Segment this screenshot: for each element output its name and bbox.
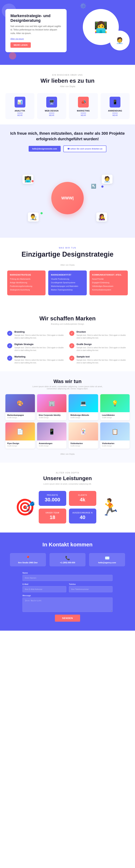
works-button[interactable]: ☎ sehen Sie sich unsere Arbeiten an — [63, 146, 107, 152]
form-field-message: Message — [23, 594, 112, 612]
contact-info-email: ✉️ hello@agency.com — [89, 553, 125, 566]
stats-label: Aliter von Dopta — [7, 472, 128, 474]
anwendung-icon: 📱 — [110, 97, 121, 107]
brands-subtitle: Branding und multidisziplinäre Design — [7, 323, 128, 325]
project-title-7: Visitenkarten — [70, 442, 96, 444]
form-email-phone-row: E-Mail Telefon — [23, 583, 112, 592]
project-title-4: Leuchtkästen — [102, 414, 128, 416]
hero-section: ⚙️ Markenstrategie- und Designberatung N… — [0, 0, 135, 65]
project-card-6[interactable]: 📱 Anwendungen Grafik-Design — [37, 423, 67, 448]
strategy-item-2-2: Grundlegende Sprachsysteme — [51, 281, 84, 284]
service-title-anwendung: ANWENDUNG — [103, 110, 128, 112]
project-card-7[interactable]: 🃏 Visitenkarten Grafik-Design — [69, 423, 98, 448]
wifi-dot-2 — [101, 185, 103, 188]
contact-title: In Kontakt kommen — [7, 541, 128, 548]
project-info-7: Visitenkarten Grafik-Design — [69, 440, 98, 448]
project-card-8[interactable]: 📋 Visitenkarten Grafik-Design — [100, 423, 130, 448]
brands-grid: ✓ Branding Sample text. Click to select … — [7, 331, 128, 364]
service-link-anwendung[interactable]: MEHR — [103, 114, 128, 116]
services-grid: 📊 ANALYTIK MEHR 🖥️ WEB-DESIGN MEHR 📣 MAR… — [5, 93, 130, 119]
project-info-2: Eine Corporate Identity Grafik-Design — [37, 412, 67, 420]
brand-check-5: ✓ — [7, 356, 12, 361]
floating-person-2: 🧑‍💼 — [102, 175, 112, 184]
contact-section: In Kontakt kommen 📍 Ihre Straße 2965 Dwr… — [0, 532, 135, 631]
cta-buttons: hello@designnewsite.com ☎ sehen Sie sich… — [7, 146, 128, 152]
brand-title-3: Digitale Strategie — [14, 343, 66, 346]
project-card-5[interactable]: 📄 Flyer-Design Grafik-Design — [5, 423, 35, 448]
contact-form: Name E-Mail Telefon Message SENDEN — [23, 572, 112, 622]
projects-subtitle: Lorem ipsum dolor sit amet, consectetur … — [32, 385, 103, 390]
project-info-1: Markenkampagne Grafik-Design — [5, 412, 35, 420]
stat-label-team: UNSER TEAM — [42, 512, 63, 514]
email-button[interactable]: hello@designnewsite.com — [29, 146, 61, 152]
project-thumb-5: 📄 — [5, 423, 35, 440]
strategy-item-2-3: Markenkampagne und Materialien — [51, 285, 84, 288]
service-link-marketing[interactable]: MEHR — [71, 114, 96, 116]
service-divider-2 — [49, 113, 54, 113]
service-card-marketing: 📣 MARKETING MEHR — [69, 93, 98, 119]
phone-input[interactable] — [69, 586, 113, 592]
hero-cta-button[interactable]: MEHR LESEN — [10, 42, 31, 48]
name-input[interactable] — [23, 575, 112, 581]
project-card-2[interactable]: 🏢 Eine Corporate Identity Grafik-Design — [37, 394, 67, 420]
floating-person-3: 👨‍🎨 — [28, 213, 39, 221]
project-title-6: Anwendungen — [39, 442, 65, 444]
brand-content-5: Marketing Sample text. Click to select t… — [14, 355, 66, 364]
submit-button[interactable]: SENDEN — [55, 615, 80, 622]
service-title-webdesign: WEB-DESIGN — [39, 110, 64, 112]
strategy-item-3-1: Kanal-Priorität — [92, 278, 125, 280]
email-label: E-Mail — [23, 583, 66, 585]
form-field-phone: Telefon — [69, 583, 113, 592]
project-card-1[interactable]: 🎨 Markenkampagne Grafik-Design — [5, 394, 35, 420]
stats-title: Unsere Leistungen — [7, 475, 128, 482]
projects-grid: 🎨 Markenkampagne Grafik-Design 🏢 Eine Co… — [5, 394, 130, 448]
service-title-analytik: ANALYTIK — [7, 110, 32, 112]
hero-link[interactable]: Aliter via ipsum — [10, 38, 62, 40]
stat-number-projekte: 30.000 — [42, 497, 63, 503]
project-tag-4: Grafik-Design — [102, 417, 128, 418]
strategy-item-3-2: Engagiert Einbindung — [92, 281, 125, 284]
stat-number-team: 18 — [42, 515, 63, 520]
brand-title-6: Sample text — [76, 355, 128, 358]
strategy-item-1-3: Positionierungsformulierung — [10, 285, 43, 288]
project-card-3[interactable]: 💻 Webdesign-Website Grafik-Design — [69, 394, 98, 420]
brand-desc-5: Sample text. Click to select the text bo… — [14, 359, 66, 364]
form-message-row: Message — [23, 594, 112, 612]
floating-person-4: 👩‍🎤 — [96, 213, 107, 221]
stat-number-awards: 40 — [72, 515, 93, 520]
project-tag-1: Grafik-Design — [7, 417, 33, 418]
www-globe: WWW| — [51, 182, 84, 214]
stat-number-clients: 4k — [72, 497, 93, 503]
about-section: EIN BISSCHEN ÜBER UNS Wir lieben es zu t… — [0, 65, 135, 124]
service-card-anwendung: 📱 ANWENDUNG MEHR — [101, 93, 130, 119]
project-tag-7: Grafik-Design — [70, 445, 96, 447]
brand-item-2: ✓ Drucken Sample text. Click to select t… — [69, 331, 128, 339]
project-info-8: Visitenkarten Grafik-Design — [100, 440, 130, 448]
design-label: WAS WIR TUN — [7, 247, 128, 249]
contact-phone-value: +1 (305) 000-059 — [53, 561, 82, 564]
email-input[interactable] — [23, 586, 66, 592]
projects-cta: Aliter von Dopta — [5, 452, 130, 456]
brand-check-3: ✓ — [7, 343, 12, 348]
phone-label: Telefon — [69, 583, 113, 585]
project-thumb-8: 📋 — [100, 423, 130, 440]
globe-container: 👩‍💻 🧑‍💼 👨‍🎨 👩‍🎤 WWW| ↖️ — [23, 175, 112, 221]
www-wrapper: 👩‍💻 🧑‍💼 👨‍🎨 👩‍🎤 WWW| ↖️ — [5, 166, 130, 230]
project-card-4[interactable]: 💡 Leuchtkästen Grafik-Design — [100, 394, 130, 420]
wifi-dot-1 — [32, 180, 34, 182]
strategy-heading-3: KOMMUNIKATIONSST. ATEG. — [92, 274, 125, 276]
project-thumb-4: 💡 — [100, 394, 130, 412]
design-subtitle: Aliter von Dopta — [7, 264, 128, 266]
brand-content-3: Digitale Strategie Sample text. Click to… — [14, 343, 66, 352]
project-info-4: Leuchtkästen Grafik-Design — [100, 412, 130, 420]
project-thumb-3: 💻 — [69, 394, 98, 412]
brand-desc-4: Sample text. Click to select the text bo… — [76, 346, 128, 352]
service-link-webdesign[interactable]: MEHR — [39, 114, 64, 116]
project-title-8: Visitenkarten — [102, 442, 128, 444]
message-input[interactable] — [23, 597, 112, 612]
service-link-analytik[interactable]: MEHR — [7, 114, 32, 116]
brand-title-1: Branding — [14, 331, 66, 333]
email-icon: ✉️ — [93, 556, 122, 560]
form-field-email: E-Mail — [23, 583, 66, 592]
brand-check-6: ✓ — [69, 356, 74, 361]
